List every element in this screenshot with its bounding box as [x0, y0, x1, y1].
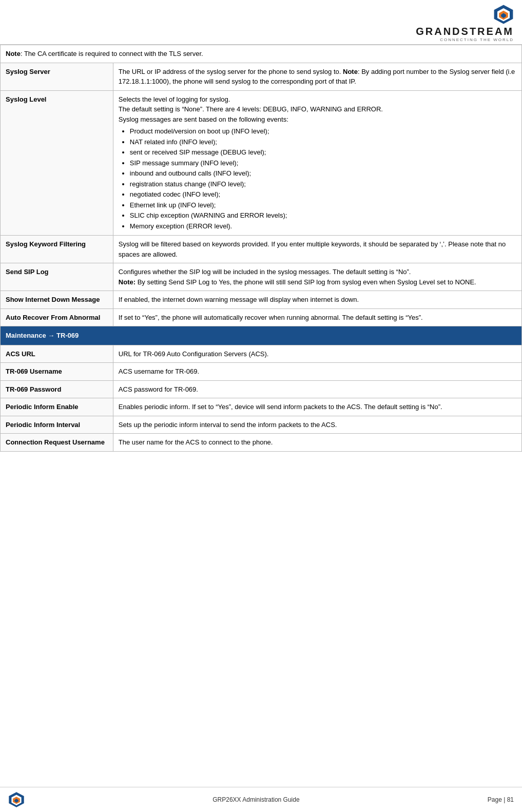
footer-logo-icon	[8, 791, 25, 808]
row-description: Syslog will be filtered based on keyword…	[113, 236, 521, 263]
table-row: Auto Recover From AbnormalIf set to “Yes…	[1, 308, 522, 326]
row-description: Selects the level of logging for syslog.…	[113, 90, 521, 236]
table-row: TR-069 PasswordACS password for TR-069.	[1, 380, 522, 398]
row-description: Sets up the periodic inform interval to …	[113, 416, 521, 434]
row-description: ACS password for TR-069.	[113, 380, 521, 398]
logo-brand-name: GRANDSTREAM	[416, 26, 514, 37]
section-header-cell: Maintenance → TR-069	[1, 326, 522, 345]
table-row: Maintenance → TR-069	[1, 326, 522, 345]
row-description: The user name for the ACS to connect to …	[113, 434, 521, 452]
footer-page-number: Page | 81	[488, 796, 514, 803]
logo-area: GRANDSTREAM CONNECTING THE WORLD	[416, 4, 514, 42]
row-description: If set to “Yes”, the phone will automati…	[113, 308, 521, 326]
page-container: GRANDSTREAM CONNECTING THE WORLD Note: T…	[0, 0, 522, 452]
row-description: ACS username for TR-069.	[113, 363, 521, 381]
row-description: The URL or IP address of the syslog serv…	[113, 63, 521, 90]
header: GRANDSTREAM CONNECTING THE WORLD	[0, 0, 522, 45]
logo-tagline: CONNECTING THE WORLD	[440, 37, 514, 42]
row-label: ACS URL	[1, 345, 113, 363]
row-description: If enabled, the internet down warning me…	[113, 291, 521, 309]
row-label: TR-069 Username	[1, 363, 113, 381]
row-label: Connection Request Username	[1, 434, 113, 452]
row-description: URL for TR-069 Auto Configuration Server…	[113, 345, 521, 363]
table-row: Syslog Keyword FilteringSyslog will be f…	[1, 236, 522, 263]
table-row: Syslog ServerThe URL or IP address of th…	[1, 63, 522, 90]
row-description: Enables periodic inform. If set to “Yes”…	[113, 398, 521, 416]
table-row: Connection Request UsernameThe user name…	[1, 434, 522, 452]
row-label: Syslog Keyword Filtering	[1, 236, 113, 263]
table-row: Send SIP LogConfigures whether the SIP l…	[1, 263, 522, 291]
footer-logo	[8, 791, 25, 808]
footer: GRP26XX Administration Guide Page | 81	[0, 787, 522, 812]
row-label: Auto Recover From Abnormal	[1, 308, 113, 326]
table-row: Note: The CA certificate is required to …	[1, 45, 522, 63]
row-label: Show Internet Down Message	[1, 291, 113, 309]
content-table: Note: The CA certificate is required to …	[0, 45, 522, 452]
grandstream-logo-icon	[493, 4, 514, 25]
row-label: TR-069 Password	[1, 380, 113, 398]
row-label: Syslog Server	[1, 63, 113, 90]
row-label: Periodic Inform Interval	[1, 416, 113, 434]
row-label: Periodic Inform Enable	[1, 398, 113, 416]
table-row: Periodic Inform IntervalSets up the peri…	[1, 416, 522, 434]
row-label: Syslog Level	[1, 90, 113, 236]
table-row: ACS URLURL for TR-069 Auto Configuration…	[1, 345, 522, 363]
table-row: Syslog LevelSelects the level of logging…	[1, 90, 522, 236]
row-description: Configures whether the SIP log will be i…	[113, 263, 521, 291]
row-label: Send SIP Log	[1, 263, 113, 291]
table-row: TR-069 UsernameACS username for TR-069.	[1, 363, 522, 381]
footer-guide-title: GRP26XX Administration Guide	[25, 796, 488, 803]
table-row: Show Internet Down MessageIf enabled, th…	[1, 291, 522, 309]
table-row: Periodic Inform EnableEnables periodic i…	[1, 398, 522, 416]
note-cell: Note: The CA certificate is required to …	[1, 45, 522, 63]
